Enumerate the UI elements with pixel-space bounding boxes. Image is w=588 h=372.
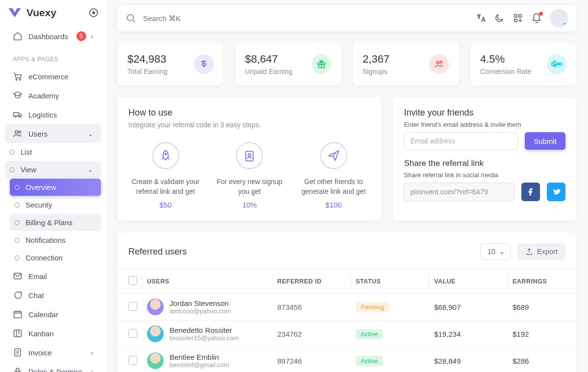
share-label: Share referral link in social media xyxy=(404,171,565,179)
svg-point-5 xyxy=(15,131,18,134)
nav-overview[interactable]: Overview xyxy=(10,179,101,196)
nav-badge: 5 xyxy=(76,31,86,41)
select-all-checkbox[interactable] xyxy=(128,276,137,285)
nav-invoice[interactable]: Invoice› xyxy=(5,343,101,362)
col-referred-id[interactable]: REFERRED ID xyxy=(272,269,351,294)
referred-id: 897246 xyxy=(272,348,351,372)
chevron-right-icon: › xyxy=(91,368,93,372)
nav-academy[interactable]: Academy xyxy=(5,86,101,105)
user-avatar xyxy=(147,326,164,342)
nav-logistics[interactable]: Logistics xyxy=(5,105,101,124)
nav-roles[interactable]: Roles & Permiss...› xyxy=(5,362,101,372)
home-icon xyxy=(13,31,23,41)
nav-billing[interactable]: Billing & Plans xyxy=(10,214,101,231)
sidebar: Vuexy Dashboards 5 › APPS & PAGES eComme… xyxy=(0,0,106,372)
language-icon[interactable] xyxy=(475,13,486,23)
nav-notifications[interactable]: Notifications xyxy=(10,232,101,249)
user-avatar[interactable] xyxy=(550,9,568,27)
users-stat-icon xyxy=(429,54,449,74)
nav-users[interactable]: Users⌄ xyxy=(5,124,101,143)
twitter-button[interactable] xyxy=(547,183,565,201)
col-users[interactable]: USERS xyxy=(142,269,272,294)
dollar-icon xyxy=(194,54,214,74)
row-value: $68,907 xyxy=(429,294,508,321)
nav-users-view[interactable]: View⌄ xyxy=(5,161,101,178)
table-row[interactable]: Bentlee Emblinbemblinf@gmail.com 897246 … xyxy=(118,348,576,372)
row-checkbox[interactable] xyxy=(128,356,137,365)
bullet-icon xyxy=(15,220,20,225)
nav-connection[interactable]: Connection xyxy=(10,249,101,266)
howto-title: How to use xyxy=(128,108,370,118)
howto-step-1: Create & validate your referral link and… xyxy=(128,142,202,209)
referred-id: 234762 xyxy=(272,321,351,348)
nav-kanban[interactable]: Kanban xyxy=(5,324,101,343)
gift-icon xyxy=(312,54,331,74)
nav-security[interactable]: Security xyxy=(10,196,101,213)
svg-point-3 xyxy=(15,116,16,117)
search-input[interactable] xyxy=(143,14,236,23)
bullet-icon xyxy=(15,185,20,190)
chat-icon xyxy=(13,290,23,300)
invite-card: Invite your friends Enter friend's email… xyxy=(393,97,576,221)
svg-rect-2 xyxy=(14,113,19,116)
kanban-icon xyxy=(13,328,23,338)
truck-icon xyxy=(13,110,23,119)
search-icon[interactable] xyxy=(125,13,136,23)
nav-ecommerce[interactable]: eCommerce xyxy=(5,67,101,86)
svg-point-12 xyxy=(127,15,134,21)
stat-unpaid-earning: $8,647Unpaid Earning xyxy=(235,43,341,85)
user-avatar xyxy=(147,352,164,369)
theme-icon[interactable] xyxy=(494,13,505,23)
nav-email[interactable]: Email xyxy=(5,267,101,285)
svg-rect-13 xyxy=(514,15,517,18)
nav-chat[interactable]: Chat xyxy=(5,286,101,304)
submit-button[interactable]: Submit xyxy=(525,132,565,150)
id-card-icon xyxy=(236,142,263,169)
page-size-select[interactable]: 10⌄ xyxy=(480,243,511,260)
sidebar-pin-icon[interactable] xyxy=(89,8,98,17)
users-icon xyxy=(13,129,23,139)
apps-icon[interactable] xyxy=(513,13,523,23)
col-earrings[interactable]: EARRINGS xyxy=(508,269,576,294)
email-input[interactable] xyxy=(404,132,518,150)
facebook-button[interactable] xyxy=(521,183,540,201)
chevron-right-icon: › xyxy=(91,349,93,356)
calendar-icon xyxy=(13,309,23,319)
invite-title: Invite your friends xyxy=(404,108,565,118)
export-button[interactable]: Export xyxy=(517,243,565,260)
stat-conversion: 4.5%Conversion Rate xyxy=(470,43,576,85)
export-icon xyxy=(525,248,533,256)
row-earnings: $689 xyxy=(508,294,576,321)
referral-link-input[interactable] xyxy=(404,183,514,201)
svg-rect-15 xyxy=(514,19,517,22)
status-badge: Active xyxy=(356,329,383,339)
howto-step-3: Get other friends to generate link and g… xyxy=(296,142,370,209)
brand-logo-icon xyxy=(8,7,22,19)
nav-users-list[interactable]: List xyxy=(5,143,101,161)
chevron-down-icon: ⌄ xyxy=(88,130,93,138)
user-name: Bentlee Emblin xyxy=(170,353,229,361)
row-checkbox[interactable] xyxy=(128,329,137,338)
row-checkbox[interactable] xyxy=(128,302,137,311)
nav-label: Dashboards xyxy=(28,32,68,41)
share-title: Share the referral link xyxy=(404,159,565,168)
row-value: $28,849 xyxy=(429,348,508,372)
user-name: Benedetto Rossiter xyxy=(170,326,239,334)
user-email: amiccoo@yahoo.com xyxy=(170,307,231,315)
send-icon xyxy=(320,142,347,169)
bullet-icon xyxy=(10,167,15,172)
table-row[interactable]: Benedetto Rossiterbrossiter15@yahoo.com … xyxy=(118,321,576,348)
col-value[interactable]: VALUE xyxy=(429,269,508,294)
status-badge: Active xyxy=(356,356,383,366)
nav-section-title: APPS & PAGES xyxy=(0,46,106,67)
row-earnings: $192 xyxy=(508,321,576,348)
howto-step-2: For every new signup you get 10% xyxy=(212,142,286,209)
nav-dashboards[interactable]: Dashboards 5 › xyxy=(5,27,101,46)
referred-users-card: Referred users 10⌄ Export USERS REFERRED… xyxy=(118,232,576,372)
nav-calendar[interactable]: Calendar xyxy=(5,305,101,324)
table-row[interactable]: Jordan Stevensonamiccoo@yahoo.com 873456… xyxy=(118,294,576,321)
col-status[interactable]: STATUS xyxy=(351,269,429,294)
bell-icon[interactable] xyxy=(531,13,542,23)
bullet-icon xyxy=(15,238,20,243)
infinity-icon xyxy=(547,54,566,74)
